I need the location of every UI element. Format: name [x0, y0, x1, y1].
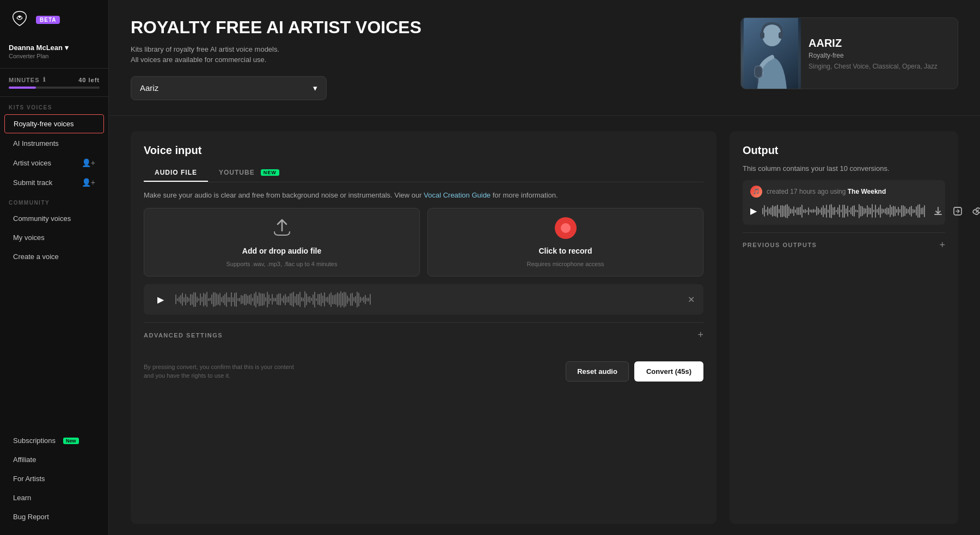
sidebar-item-label-affiliate: Affiliate — [13, 456, 36, 464]
user-plan: Converter Plan — [9, 53, 100, 59]
record-icon — [555, 217, 577, 239]
advanced-settings-label: ADVANCED SETTINGS — [144, 332, 223, 339]
sidebar-item-label-my-voices: My voices — [13, 233, 45, 242]
hero-left: ROYALTY FREE AI ARTIST VOICES Kits libra… — [131, 17, 740, 100]
beta-badge: BETA — [36, 16, 60, 24]
main-content: ROYALTY FREE AI ARTIST VOICES Kits libra… — [109, 0, 980, 535]
reset-audio-button[interactable]: Reset audio — [566, 361, 629, 382]
sidebar: BETA Deanna McLean ▾ Converter Plan MINU… — [0, 0, 109, 535]
artist-voices-icon: 👤+ — [82, 158, 95, 167]
sidebar-item-subscriptions[interactable]: Subscriptions New — [4, 432, 104, 450]
input-waveform: ▶ ✕ — [144, 284, 703, 315]
kits-voices-label: KITS VOICES — [0, 97, 108, 114]
minutes-count: 40 left — [78, 77, 100, 83]
record-box[interactable]: Click to record Requires microphone acce… — [427, 208, 703, 276]
bottom-disclaimer: By pressing convert, you confirm that th… — [144, 363, 296, 380]
subscriptions-new-badge: New — [63, 438, 79, 444]
download-icon[interactable] — [930, 204, 946, 219]
output-artist-name: The Weeknd — [848, 188, 886, 195]
sidebar-item-label-artist-voices: Artist voices — [13, 159, 51, 167]
sidebar-item-artist-voices[interactable]: Artist voices 👤+ — [4, 153, 104, 172]
sidebar-item-label-create-voice: Create a voice — [13, 253, 59, 261]
sidebar-item-label-subscriptions: Subscriptions — [13, 436, 56, 445]
output-panel: Output This column contains your last 10… — [730, 131, 958, 524]
sidebar-item-for-artists[interactable]: For Artists — [4, 470, 104, 488]
voice-input-panel: Voice input AUDIO FILE YOUTUBE New Make … — [131, 131, 716, 524]
submit-track-icon: 👤+ — [82, 178, 95, 187]
svg-rect-3 — [755, 66, 762, 78]
upload-sublabel: Supports .wav, .mp3, .flac up to 4 minut… — [226, 261, 337, 267]
waveform-close-button[interactable]: ✕ — [688, 294, 695, 305]
link-icon[interactable] — [970, 204, 980, 219]
sidebar-item-label-royalty-free: Royalty-free voices — [14, 120, 74, 128]
svg-rect-5 — [779, 32, 783, 39]
hero-card: AARIZ Royalty-free Singing, Chest Voice,… — [740, 17, 958, 89]
hero-card-image — [741, 18, 801, 89]
minutes-section: MINUTES ℹ 40 left — [0, 69, 108, 97]
vocal-guide-link[interactable]: Vocal Creation Guide — [424, 191, 491, 199]
hero-desc: Kits library of royalty free AI artist v… — [131, 44, 740, 65]
hero-card-tag: Royalty-free — [808, 52, 938, 59]
voice-input-tabs: AUDIO FILE YOUTUBE New — [144, 164, 703, 182]
sidebar-item-ai-instruments[interactable]: AI Instruments — [4, 134, 104, 152]
tab-audio-file[interactable]: AUDIO FILE — [144, 164, 208, 182]
minutes-progress-bar — [9, 87, 100, 89]
sidebar-item-create-voice[interactable]: Create a voice — [4, 248, 104, 266]
upload-icon — [271, 218, 293, 241]
plus-icon-outputs: + — [939, 239, 945, 251]
output-item: 🎵 created 17 hours ago using The Weeknd … — [743, 180, 945, 225]
sidebar-item-learn[interactable]: Learn — [4, 489, 104, 507]
sidebar-item-affiliate[interactable]: Affiliate — [4, 451, 104, 469]
output-meta: 🎵 created 17 hours ago using The Weeknd — [750, 186, 938, 198]
sidebar-item-royalty-free[interactable]: Royalty-free voices — [4, 114, 104, 133]
upload-row: Add or drop audio file Supports .wav, .m… — [144, 208, 703, 276]
user-name[interactable]: Deanna McLean ▾ — [9, 44, 100, 52]
voice-dropdown[interactable]: Aariz ▾ — [131, 76, 327, 100]
sidebar-item-label-for-artists: For Artists — [13, 475, 45, 483]
upload-label: Add or drop audio file — [242, 247, 321, 255]
record-sublabel: Requires microphone access — [527, 261, 604, 267]
share-icon[interactable] — [950, 204, 965, 219]
record-label: Click to record — [538, 247, 592, 255]
hero-card-desc: Singing, Chest Voice, Classical, Opera, … — [808, 63, 938, 70]
content-row: Voice input AUDIO FILE YOUTUBE New Make … — [109, 116, 980, 535]
previous-outputs-label: PREVIOUS OUTPUTS — [743, 242, 817, 248]
hero-card-info: AARIZ Royalty-free Singing, Chest Voice,… — [801, 18, 945, 89]
waveform-play-button[interactable]: ▶ — [152, 291, 169, 308]
logo-area: BETA — [0, 9, 108, 39]
sidebar-item-submit-track[interactable]: Submit track 👤+ — [4, 173, 104, 192]
output-wave-visual — [762, 203, 925, 219]
output-desc: This column contains your last 10 conver… — [743, 164, 945, 173]
minutes-label: MINUTES ℹ 40 left — [9, 76, 100, 83]
hero-section: ROYALTY FREE AI ARTIST VOICES Kits libra… — [109, 0, 980, 116]
user-section[interactable]: Deanna McLean ▾ Converter Plan — [0, 39, 108, 69]
tab-youtube[interactable]: YOUTUBE New — [208, 164, 290, 182]
sidebar-item-bug-report[interactable]: Bug Report — [4, 508, 104, 526]
chevron-down-icon: ▾ — [313, 83, 317, 93]
bottom-bar: By pressing convert, you confirm that th… — [144, 355, 703, 382]
upload-file-box[interactable]: Add or drop audio file Supports .wav, .m… — [144, 208, 420, 276]
svg-point-0 — [19, 16, 21, 18]
sidebar-item-community-voices[interactable]: Community voices — [4, 210, 104, 227]
waveform-visual — [175, 290, 681, 309]
previous-outputs[interactable]: PREVIOUS OUTPUTS + — [743, 232, 945, 251]
bottom-actions: Reset audio Convert (45s) — [566, 361, 703, 382]
sidebar-item-my-voices[interactable]: My voices — [4, 229, 104, 247]
advanced-settings[interactable]: ADVANCED SETTINGS + — [144, 322, 703, 347]
output-waveform: ▶ — [750, 203, 938, 219]
output-avatar: 🎵 — [750, 186, 762, 198]
output-play-button[interactable]: ▶ — [750, 206, 757, 216]
svg-rect-4 — [760, 32, 764, 39]
community-label: COMMUNITY — [0, 192, 108, 209]
sidebar-item-label-learn: Learn — [13, 494, 31, 502]
voice-dropdown-value: Aariz — [140, 83, 158, 93]
plus-icon: + — [697, 329, 703, 341]
convert-button[interactable]: Convert (45s) — [634, 361, 703, 382]
minutes-info-icon[interactable]: ℹ — [43, 76, 46, 83]
minutes-progress-fill — [9, 87, 36, 89]
sidebar-item-label-ai-instruments: AI Instruments — [13, 139, 59, 147]
sidebar-item-label-community-voices: Community voices — [13, 214, 71, 223]
sidebar-item-label-submit-track: Submit track — [13, 179, 52, 187]
output-meta-text: created 17 hours ago using The Weeknd — [767, 188, 886, 195]
hero-title: ROYALTY FREE AI ARTIST VOICES — [131, 17, 740, 38]
